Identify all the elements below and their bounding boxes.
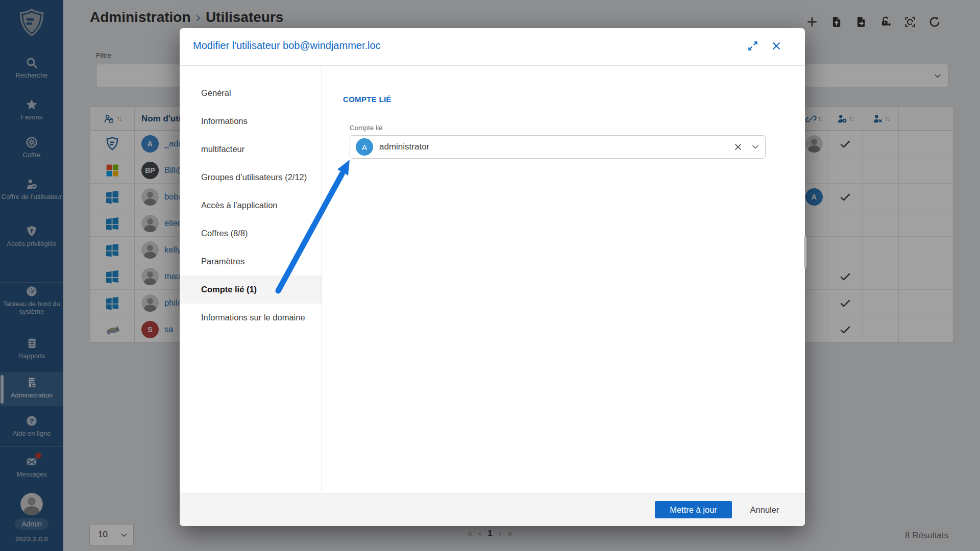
modal-nav-item-1[interactable]: Informations [180,107,322,135]
linked-account-avatar: A [356,138,373,156]
close-icon[interactable] [771,40,782,52]
modal-nav-item-3[interactable]: Groupes d’utilisateurs (2/12) [180,163,322,191]
expand-icon[interactable] [747,40,758,52]
modal-nav-item-5[interactable]: Coffres (8/8) [180,219,322,247]
modal-nav-item-7[interactable]: Compte lié (1) [180,276,322,304]
linked-account-combobox[interactable]: A administrator [350,135,766,159]
edit-user-modal: Modifier l'utilisateur bob@windjammer.lo… [180,28,805,526]
modal-nav-item-2[interactable]: multifacteur [180,135,322,163]
modal-nav-item-8[interactable]: Informations sur le domaine [180,304,322,332]
modal-footer: Mettre à jour Annuler [180,493,805,526]
linked-account-value: administrator [379,142,429,152]
modal-nav-item-0[interactable]: Général [180,79,322,107]
app-root: Recherche Favoris Coffre Coffre de l’uti… [0,0,980,551]
update-button[interactable]: Mettre à jour [655,501,732,518]
nav-scrollbar-thumb[interactable] [804,236,806,268]
chevron-down-icon[interactable] [750,142,761,152]
modal-header: Modifier l'utilisateur bob@windjammer.lo… [180,28,805,66]
linked-account-label: Compte lié [350,124,383,132]
modal-nav: Général Informations multifacteur Groupe… [180,65,322,493]
clear-selection-icon[interactable] [733,142,743,152]
modal-title: Modifier l'utilisateur bob@windjammer.lo… [193,40,381,52]
modal-nav-item-6[interactable]: Paramètres [180,247,322,276]
modal-nav-item-4[interactable]: Accès à l’application [180,191,322,219]
cancel-button[interactable]: Annuler [746,501,783,518]
section-title: COMPTE LIÉ [343,95,391,104]
